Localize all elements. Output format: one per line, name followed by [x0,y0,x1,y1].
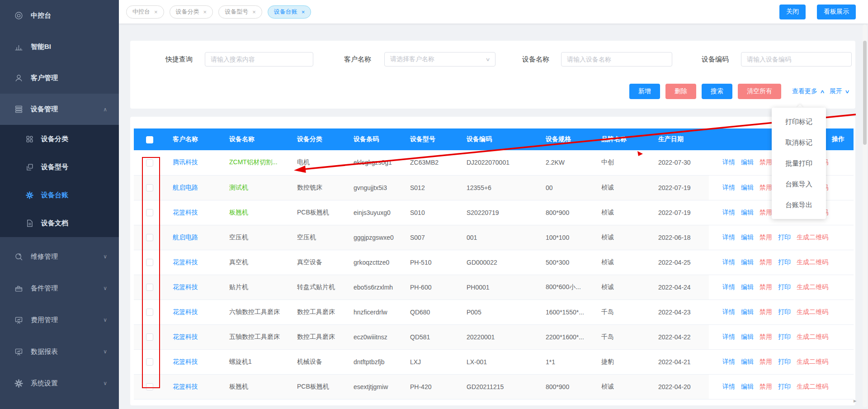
sidebar-item-reports[interactable]: 数据报表 ∨ [0,336,119,367]
sidebar-item-repair[interactable]: 维修管理 ∨ [0,241,119,272]
edit-link[interactable]: 编辑 [741,258,754,266]
generate-qrcode-link[interactable]: 生成二维码 [797,383,828,390]
generate-qrcode-link[interactable]: 生成二维码 [797,258,828,266]
sidebar-item-device-model[interactable]: 设备型号 [0,153,119,181]
row-checkbox[interactable] [146,234,153,241]
edit-link[interactable]: 编辑 [741,158,754,166]
cell-customer[interactable]: 花篮科技 [165,324,222,349]
close-icon[interactable]: × [252,9,256,15]
tab-console[interactable]: 中控台 × [126,5,164,19]
row-checkbox[interactable] [146,284,153,291]
vertical-scrollbar[interactable] [863,24,867,407]
generate-qrcode-link[interactable]: 生成二维码 [797,233,828,241]
cell-device-name[interactable]: 真空机 [222,250,290,275]
cell-device-name[interactable]: ZCMT铝材切割... [222,150,290,175]
row-checkbox[interactable] [146,259,153,266]
disable-link[interactable]: 禁用 [760,358,772,365]
print-link[interactable]: 打印 [778,233,791,241]
menu-item-ledger-export[interactable]: 台账导出 [772,195,826,215]
row-checkbox[interactable] [146,383,153,390]
cell-device-name[interactable]: 板翘机 [222,200,290,225]
row-checkbox[interactable] [146,184,153,191]
scroll-right-icon[interactable]: ▸ [854,397,857,404]
sidebar-item-bi[interactable]: 智能BI [0,31,119,62]
close-icon[interactable]: × [302,9,305,15]
sidebar-item-spare-parts[interactable]: 备件管理 ∨ [0,272,119,304]
device-code-input[interactable] [741,52,852,67]
row-checkbox[interactable] [146,159,153,166]
detail-link[interactable]: 详情 [722,283,735,290]
select-all-checkbox[interactable] [146,136,153,143]
tab-device-category[interactable]: 设备分类 × [170,5,213,19]
edit-link[interactable]: 编辑 [741,383,754,390]
close-button[interactable]: 关闭 [779,5,806,19]
cell-customer[interactable]: 花篮科技 [165,200,222,225]
row-checkbox[interactable] [146,358,153,366]
menu-item-batch-print[interactable]: 批量打印 [772,153,826,174]
add-button[interactable]: 新增 [629,84,660,99]
detail-link[interactable]: 详情 [722,209,735,216]
sidebar-item-device-docs[interactable]: 设备文档 [0,209,119,237]
tab-device-model[interactable]: 设备型号 × [218,5,262,19]
sidebar-item-devices[interactable]: 设备管理 ∧ [0,94,119,125]
disable-link[interactable]: 禁用 [760,258,772,266]
edit-link[interactable]: 编辑 [741,358,754,365]
cell-device-name[interactable]: 测试机 [222,175,290,200]
cell-customer[interactable]: 花篮科技 [165,275,222,300]
delete-button[interactable]: 删除 [665,84,696,99]
cell-customer[interactable]: 花篮科技 [165,349,222,374]
cell-device-name[interactable]: 贴片机 [222,275,290,300]
edit-link[interactable]: 编辑 [741,283,754,290]
detail-link[interactable]: 详情 [722,233,735,241]
print-link[interactable]: 打印 [778,358,791,365]
close-icon[interactable]: × [203,9,207,15]
detail-link[interactable]: 详情 [722,184,735,191]
print-link[interactable]: 打印 [778,258,791,266]
print-link[interactable]: 打印 [778,308,791,315]
detail-link[interactable]: 详情 [722,383,735,390]
disable-link[interactable]: 禁用 [760,233,772,241]
cell-device-name[interactable]: 螺旋机1 [222,349,290,374]
cell-customer[interactable]: 航启电路 [165,175,222,200]
detail-link[interactable]: 详情 [722,333,735,340]
sidebar-item-customers[interactable]: 客户管理 [0,62,119,94]
detail-link[interactable]: 详情 [722,158,735,166]
cell-customer[interactable]: 航启电路 [165,225,222,250]
sidebar-item-device-ledger[interactable]: 设备台账 [0,181,119,209]
cell-customer[interactable]: 花篮科技 [165,250,222,275]
disable-link[interactable]: 禁用 [760,383,772,390]
menu-item-ledger-import[interactable]: 台账导入 [772,174,826,195]
detail-link[interactable]: 详情 [722,358,735,365]
disable-link[interactable]: 禁用 [760,308,772,315]
generate-qrcode-link[interactable]: 生成二维码 [797,283,828,290]
disable-link[interactable]: 禁用 [760,158,772,166]
generate-qrcode-link[interactable]: 生成二维码 [797,308,828,315]
view-more-link[interactable]: 查看更多 ∧ [792,87,824,95]
sidebar-item-settings[interactable]: 系统设置 ∨ [0,367,119,399]
board-display-button[interactable]: 看板展示 [817,5,856,19]
row-checkbox[interactable] [146,209,153,216]
cell-device-name[interactable]: 空压机 [222,225,290,250]
generate-qrcode-link[interactable]: 生成二维码 [797,358,828,365]
cell-customer[interactable]: 花篮科技 [165,300,222,324]
close-icon[interactable]: × [154,9,158,15]
edit-link[interactable]: 编辑 [741,184,754,191]
scrollbar-thumb[interactable] [863,41,867,145]
edit-link[interactable]: 编辑 [741,333,754,340]
disable-link[interactable]: 禁用 [760,283,772,290]
print-link[interactable]: 打印 [778,333,791,340]
device-name-input[interactable] [561,52,672,67]
cell-device-name[interactable]: 板翘机 [222,374,290,399]
edit-link[interactable]: 编辑 [741,209,754,216]
detail-link[interactable]: 详情 [722,308,735,315]
disable-link[interactable]: 禁用 [760,184,772,191]
disable-link[interactable]: 禁用 [760,209,772,216]
edit-link[interactable]: 编辑 [741,233,754,241]
quick-search-input[interactable] [205,52,313,67]
menu-item-print-mark[interactable]: 打印标记 [772,111,826,132]
sidebar-item-console[interactable]: 中控台 [0,0,119,31]
sidebar-item-device-category[interactable]: 设备分类 [0,125,119,153]
expand-link[interactable]: 展开 ∨ [830,87,849,95]
search-button[interactable]: 搜索 [702,84,732,99]
disable-link[interactable]: 禁用 [760,333,772,340]
